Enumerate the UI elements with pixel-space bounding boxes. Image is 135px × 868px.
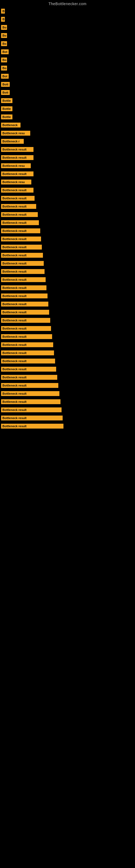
bottleneck-badge: Bottleneck result xyxy=(1,326,51,331)
bottleneck-badge: Bottleneck result xyxy=(1,424,63,429)
bottleneck-badge: B xyxy=(1,9,5,13)
badge-row: Bott xyxy=(0,88,135,97)
bottleneck-badge: Bottleneck result xyxy=(1,269,45,274)
badge-row: Bottleneck xyxy=(0,121,135,129)
bottleneck-badge: Bottleneck result xyxy=(1,391,59,396)
bottleneck-badge: Bottleneck r xyxy=(1,139,24,144)
badge-row: Bottleneck result xyxy=(0,284,135,292)
badge-row: Bottleneck result xyxy=(0,194,135,203)
bottleneck-badge: Bottleneck result xyxy=(1,245,42,250)
badge-row: Bottle xyxy=(0,97,135,105)
bottleneck-badge: Bottleneck result xyxy=(1,261,44,266)
badge-row: Bo xyxy=(0,40,135,48)
bottleneck-badge: Bo xyxy=(1,58,7,62)
bottleneck-badge: Bottleneck result xyxy=(1,285,46,290)
badge-row: Bottleneck result xyxy=(0,373,135,381)
bottleneck-badge: Bottle xyxy=(1,106,12,111)
badge-row: Bot xyxy=(0,48,135,56)
badge-row: Bottleneck result xyxy=(0,333,135,341)
bottleneck-badge: Bottleneck result xyxy=(1,277,46,282)
bottleneck-badge: Bottleneck result xyxy=(1,228,40,233)
badge-row: Bo xyxy=(0,64,135,72)
site-title: TheBottlenecker.com xyxy=(0,0,135,7)
badge-row: Bottleneck result xyxy=(0,300,135,308)
badge-row: Bottleneck resu xyxy=(0,162,135,170)
bottleneck-badge: Bottleneck result xyxy=(1,399,60,404)
bottleneck-badge: Bo xyxy=(1,66,7,70)
bottleneck-badge: Bottleneck result xyxy=(1,253,43,258)
badge-row: Bottleneck result xyxy=(0,324,135,333)
bottleneck-badge: Bottleneck resu xyxy=(1,180,31,184)
badge-row: Bottleneck result xyxy=(0,186,135,194)
badge-row: Bottleneck result xyxy=(0,154,135,162)
badge-row: Bottleneck result xyxy=(0,365,135,373)
bottleneck-badge: Bo xyxy=(1,25,7,30)
badge-row: Bottleneck r xyxy=(0,137,135,145)
badge-row: B xyxy=(0,15,135,23)
bottleneck-badge: Bottleneck result xyxy=(1,342,53,347)
bottleneck-badge: Bottleneck result xyxy=(1,415,63,421)
bottleneck-badge: Bottle xyxy=(1,98,12,103)
badge-row: Bottleneck result xyxy=(0,211,135,219)
bottleneck-badge: Bottle xyxy=(1,115,12,119)
badge-row: Bottleneck result xyxy=(0,259,135,268)
badge-row: Bottleneck result xyxy=(0,308,135,316)
bottleneck-badge: Bottleneck xyxy=(1,123,20,127)
bottleneck-badge: Bottleneck result xyxy=(1,212,38,217)
bottleneck-badge: Bottleneck result xyxy=(1,196,35,201)
bottleneck-badge: Bottleneck result xyxy=(1,407,61,412)
badge-row: Bottleneck result xyxy=(0,145,135,154)
bottleneck-badge: Bottleneck result xyxy=(1,172,34,176)
bottleneck-badge: Bottleneck result xyxy=(1,204,36,209)
badge-row: Bottleneck result xyxy=(0,170,135,178)
badge-row: Bottleneck result xyxy=(0,381,135,390)
badge-row: Bottleneck result xyxy=(0,227,135,235)
badge-row: Bottleneck result xyxy=(0,422,135,430)
badge-row: Bottleneck result xyxy=(0,357,135,365)
bottleneck-badge: Bott xyxy=(1,82,10,87)
bottleneck-badge: Bottleneck result xyxy=(1,375,57,380)
badge-row: Bottleneck result xyxy=(0,390,135,398)
bottleneck-badge: Bottleneck result xyxy=(1,350,54,355)
badge-row: B xyxy=(0,7,135,15)
badge-row: Bott xyxy=(0,80,135,88)
bottleneck-badge: Bottleneck result xyxy=(1,220,39,225)
badge-row: Bottleneck result xyxy=(0,268,135,276)
bottleneck-badge: Bo xyxy=(1,33,7,38)
bottleneck-badge: Bottleneck result xyxy=(1,367,56,372)
badge-row: Bottleneck result xyxy=(0,251,135,259)
badge-row: Bottleneck result xyxy=(0,349,135,357)
bottleneck-badge: Bottleneck result xyxy=(1,359,55,364)
badge-row: Bottleneck result xyxy=(0,203,135,211)
badge-row: Bo xyxy=(0,23,135,31)
bottleneck-badge: Bottleneck resu xyxy=(1,163,31,168)
bottleneck-badge: Bo xyxy=(1,41,7,46)
badge-row: Bot xyxy=(0,72,135,80)
bottleneck-badge: Bottleneck result xyxy=(1,147,34,152)
badge-row: Bottleneck result xyxy=(0,414,135,422)
bottleneck-badge: Bottleneck result xyxy=(1,310,49,315)
badge-row: Bottleneck result xyxy=(0,243,135,251)
badge-row: Bottleneck result xyxy=(0,219,135,227)
badge-row: Bottle xyxy=(0,105,135,113)
badge-row: Bo xyxy=(0,56,135,64)
bottleneck-badge: Bottleneck result xyxy=(1,155,34,160)
badge-row: Bottleneck result xyxy=(0,316,135,324)
badge-row: Bottleneck result xyxy=(0,276,135,284)
bottleneck-badge: B xyxy=(1,17,5,22)
badge-container: BBBoBoBoBotBoBoBotBottBottBottleBottleBo… xyxy=(0,7,135,430)
bottleneck-badge: Bottleneck result xyxy=(1,318,50,323)
badge-row: Bottleneck result xyxy=(0,292,135,300)
bottleneck-badge: Bottleneck resu xyxy=(1,131,30,135)
page-wrapper: TheBottlenecker.com BBBoBoBoBotBoBoBotBo… xyxy=(0,0,135,430)
bottleneck-badge: Bottleneck result xyxy=(1,293,48,299)
badge-row: Bo xyxy=(0,31,135,40)
bottleneck-badge: Bottleneck result xyxy=(1,188,34,193)
bottleneck-badge: Bottleneck result xyxy=(1,334,52,339)
badge-row: Bottle xyxy=(0,113,135,121)
bottleneck-badge: Bottleneck result xyxy=(1,302,48,307)
badge-row: Bottleneck resu xyxy=(0,178,135,186)
badge-row: Bottleneck resu xyxy=(0,129,135,137)
bottleneck-badge: Bottleneck result xyxy=(1,383,58,388)
bottleneck-badge: Bot xyxy=(1,74,9,79)
